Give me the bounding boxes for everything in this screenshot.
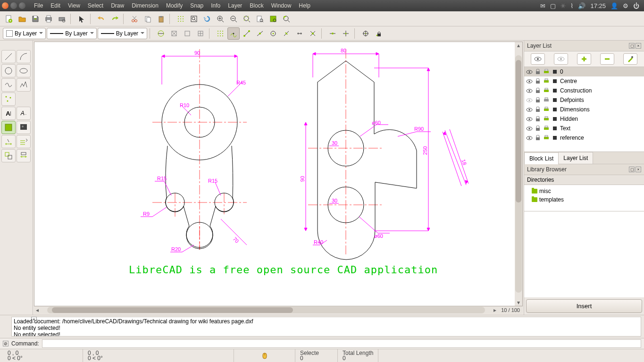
volume-icon[interactable]: 🔊 <box>578 2 585 9</box>
lock-icon[interactable] <box>535 68 541 75</box>
print-icon[interactable] <box>543 125 550 132</box>
edit-layer-button[interactable] <box>623 53 637 65</box>
eye-icon[interactable] <box>526 135 533 141</box>
show-all-layers-button[interactable] <box>531 53 545 65</box>
paste-button[interactable] <box>155 13 167 25</box>
zoom-redraw-button[interactable] <box>201 13 213 25</box>
polyline-tool[interactable] <box>17 78 31 92</box>
layer-row[interactable]: Construction <box>524 86 644 95</box>
arc-tool[interactable] <box>17 50 31 63</box>
zoom-out-button[interactable] <box>227 13 240 25</box>
info-tool[interactable] <box>17 149 31 162</box>
ortho-top-button[interactable] <box>181 27 193 40</box>
new-file-button[interactable] <box>3 13 15 25</box>
menu-file[interactable]: File <box>30 1 47 10</box>
layer-row[interactable]: 0 <box>524 67 644 76</box>
zoom-extents-button[interactable] <box>267 13 279 25</box>
ellipse-tool[interactable] <box>17 64 31 77</box>
print-icon[interactable] <box>543 116 550 122</box>
panel-float-icon[interactable]: ◻ <box>629 43 635 49</box>
construction-icon[interactable] <box>552 78 558 84</box>
pointer-button[interactable] <box>75 13 88 25</box>
layer-row[interactable]: Centre <box>524 76 644 86</box>
lock-icon[interactable] <box>535 78 541 84</box>
text-tool[interactable]: A| <box>1 107 16 120</box>
hide-all-layers-button[interactable] <box>554 53 568 65</box>
panel-close-icon[interactable]: × <box>636 43 641 49</box>
drawing-canvas[interactable]: 90 R45 R10 R15 R15 R9 R20 70 <box>34 42 523 306</box>
menu-help[interactable]: Help <box>295 1 314 10</box>
construction-icon[interactable] <box>552 68 558 75</box>
close-button[interactable] <box>2 2 8 9</box>
eye-icon[interactable] <box>526 97 533 103</box>
relative-zero-button[interactable] <box>360 27 372 40</box>
battery-icon[interactable]: ▢ <box>550 2 556 9</box>
minimize-button[interactable] <box>10 2 17 9</box>
spline-tool[interactable] <box>1 78 16 92</box>
construction-icon[interactable] <box>552 125 558 132</box>
print-icon[interactable] <box>543 106 550 113</box>
insert-button[interactable]: Insert <box>526 299 642 313</box>
print-preview-button[interactable] <box>56 13 68 25</box>
menu-layer[interactable]: Layer <box>224 1 246 10</box>
construction-icon[interactable] <box>552 135 558 141</box>
settings-icon[interactable]: ⚙ <box>623 2 628 9</box>
line-tool[interactable] <box>1 50 16 63</box>
restrict-orthogonal-button[interactable] <box>340 27 352 40</box>
vertical-scrollbar[interactable]: ▴ ▾ <box>515 42 522 306</box>
menu-block[interactable]: Block <box>246 1 267 10</box>
ortho-left-button[interactable] <box>168 27 180 40</box>
maximize-button[interactable] <box>19 2 25 9</box>
print-icon[interactable] <box>543 78 550 84</box>
print-icon[interactable] <box>543 87 550 94</box>
open-file-button[interactable] <box>16 13 28 25</box>
clear-command-icon[interactable]: ⊘ <box>3 341 8 346</box>
print-button[interactable] <box>42 13 55 25</box>
horizontal-scrollbar[interactable]: ◂ ▸ 10 / 100 <box>34 306 523 314</box>
eye-icon[interactable] <box>526 106 533 113</box>
snap-free-button[interactable] <box>227 27 240 40</box>
dir-item[interactable]: templates <box>526 195 642 204</box>
linewidth-combo[interactable]: By Layer <box>47 28 96 39</box>
wifi-icon[interactable]: ⌇ <box>570 2 573 9</box>
layer-row[interactable]: reference <box>524 133 644 143</box>
point-tool[interactable] <box>1 93 16 106</box>
zoom-in-button[interactable] <box>214 13 226 25</box>
lock-icon[interactable] <box>535 97 541 103</box>
tab-layer-list[interactable]: Layer List <box>558 152 593 164</box>
user-icon[interactable]: 👤 <box>611 2 618 9</box>
snap-on-entity-button[interactable] <box>254 27 266 40</box>
construction-icon[interactable] <box>552 116 558 122</box>
menu-view[interactable]: View <box>64 1 84 10</box>
construction-icon[interactable] <box>552 97 558 103</box>
eye-icon[interactable] <box>526 125 533 132</box>
lock-icon[interactable] <box>535 87 541 94</box>
redo-button[interactable] <box>109 13 121 25</box>
zoom-pan-button[interactable] <box>280 13 293 25</box>
eye-icon[interactable] <box>526 87 533 94</box>
hatch-tool[interactable] <box>1 121 16 134</box>
snap-grid-button[interactable] <box>214 27 226 40</box>
color-combo[interactable]: By Layer <box>3 28 46 39</box>
eye-icon[interactable] <box>526 68 533 75</box>
bluetooth-icon[interactable]: ⚹ <box>560 2 566 9</box>
menu-snap[interactable]: Snap <box>186 1 207 10</box>
layer-list[interactable]: 0 Centre Construction Defpoints Dimensio… <box>524 67 644 152</box>
tab-block-list[interactable]: Block List <box>524 152 559 164</box>
snap-distance-button[interactable] <box>293 27 306 40</box>
layer-row[interactable]: Hidden <box>524 114 644 124</box>
lock-icon[interactable] <box>535 106 541 113</box>
directory-list[interactable]: misctemplates <box>524 185 644 211</box>
circle-tool[interactable] <box>1 64 16 77</box>
copy-button[interactable] <box>142 13 154 25</box>
leader-tool[interactable] <box>17 135 31 148</box>
power-icon[interactable]: ⏻ <box>633 2 639 9</box>
add-layer-button[interactable] <box>577 53 591 65</box>
mtext-tool[interactable]: A.. <box>17 107 31 120</box>
menu-modify[interactable]: Modify <box>162 1 186 10</box>
console-close-icon[interactable]: × <box>31 317 37 322</box>
menu-info[interactable]: Info <box>207 1 224 10</box>
menu-edit[interactable]: Edit <box>47 1 64 10</box>
command-input[interactable] <box>42 339 641 348</box>
lock-relative-zero-button[interactable] <box>373 27 385 40</box>
